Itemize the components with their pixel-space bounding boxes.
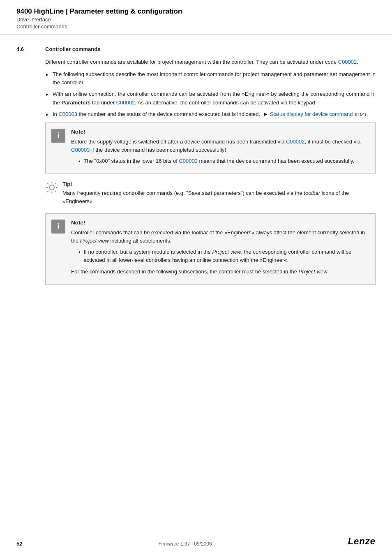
link-c00003-note1-sub[interactable]: C00003: [179, 158, 198, 164]
header-sub2: Controller commands: [16, 23, 376, 30]
link-c00002-intro[interactable]: C00002: [338, 59, 357, 65]
list-item: • The "0x00" status in the lower 16 bits…: [78, 157, 368, 166]
link-c00003-note1[interactable]: C00003: [71, 147, 90, 153]
header-title: 9400 HighLine | Parameter setting & conf…: [16, 7, 376, 16]
svg-line-6: [55, 183, 56, 185]
note-text-2b: For the commands described in the follow…: [71, 268, 368, 276]
footer-page-number: 52: [16, 541, 22, 547]
list-item: ► With an online connection, the control…: [45, 90, 376, 106]
link-status-display[interactable]: Status display for device command: [270, 111, 353, 117]
page-ref: (□ 54): [355, 112, 366, 117]
note-title-1: Note!: [71, 129, 368, 135]
arrow-icon: ►: [45, 72, 49, 78]
page-content: 4.6 Controller commands Different contro…: [0, 35, 392, 309]
section-number: 4.6: [16, 46, 45, 52]
link-c00002-bullet2[interactable]: C00002: [116, 99, 135, 106]
link-c00003-bullet3[interactable]: C00003: [58, 111, 77, 117]
arrow-icon: ►: [45, 91, 49, 98]
arrow-icon: ►: [45, 111, 49, 118]
dot-icon: •: [78, 157, 81, 166]
list-item: • If no controller, but a system module …: [78, 248, 368, 264]
intro-text-after: .: [357, 59, 358, 65]
note-box-2: i Note! Controller commands that can be …: [45, 213, 376, 285]
intro-text-before: Different controller commands are availa…: [45, 59, 338, 65]
tip-sun-icon: [45, 181, 58, 196]
list-item: ► In C00003 the number and the status of…: [45, 110, 376, 118]
section-heading: 4.6 Controller commands: [16, 46, 376, 52]
bullet-3-text: In C00003 the number and the status of t…: [53, 110, 366, 118]
note-text-1: Before the supply voltage is switched of…: [71, 138, 368, 154]
note-sub-list-1: • The "0x00" status in the lower 16 bits…: [78, 157, 368, 166]
footer-brand: Lenze: [348, 536, 376, 547]
note-content-1: Note! Before the supply voltage is switc…: [71, 129, 368, 167]
svg-line-7: [48, 191, 49, 192]
tip-box: Tip! Many frequently required controller…: [45, 181, 376, 206]
bullet-2-text: With an online connection, the controlle…: [53, 90, 376, 106]
page-footer: 52 Firmware 1.37 · 09/2006 Lenze: [0, 536, 392, 547]
tip-text-block: Tip! Many frequently required controller…: [62, 181, 376, 206]
footer-firmware: Firmware 1.37 · 09/2006: [22, 541, 348, 547]
tip-title: Tip!: [62, 181, 376, 187]
note-sub-list-2: • If no controller, but a system module …: [78, 248, 368, 264]
bullet-list: ► The following subsections describe the…: [45, 70, 376, 118]
intro-paragraph: Different controller commands are availa…: [45, 58, 376, 66]
bullet-1-text: The following subsections describe the m…: [53, 70, 376, 87]
note-content-2: Note! Controller commands that can be ex…: [71, 220, 368, 279]
section-title: Controller commands: [45, 46, 100, 52]
note-icon-2: i: [51, 220, 65, 234]
svg-point-8: [49, 185, 54, 190]
tip-body: Many frequently required controller comm…: [62, 189, 376, 206]
note-box-1: i Note! Before the supply voltage is swi…: [45, 123, 376, 173]
header-sub1: Drive interface: [16, 16, 376, 23]
link-c00002-note1[interactable]: C00002: [286, 139, 305, 145]
dot-icon: •: [78, 248, 81, 257]
list-item: ► The following subsections describe the…: [45, 70, 376, 87]
sun-svg: [45, 181, 58, 194]
note-title-2: Note!: [71, 220, 368, 226]
svg-line-4: [48, 183, 49, 185]
note-icon-1: i: [51, 129, 65, 143]
note-text-2a: Controller commands that can be executed…: [71, 229, 368, 245]
svg-line-5: [55, 191, 56, 192]
page-header: 9400 HighLine | Parameter setting & conf…: [0, 0, 392, 35]
note-sub-text-2: If no controller, but a system module is…: [84, 248, 368, 264]
note-sub-text-1: The "0x00" status in the lower 16 bits o…: [84, 157, 355, 165]
